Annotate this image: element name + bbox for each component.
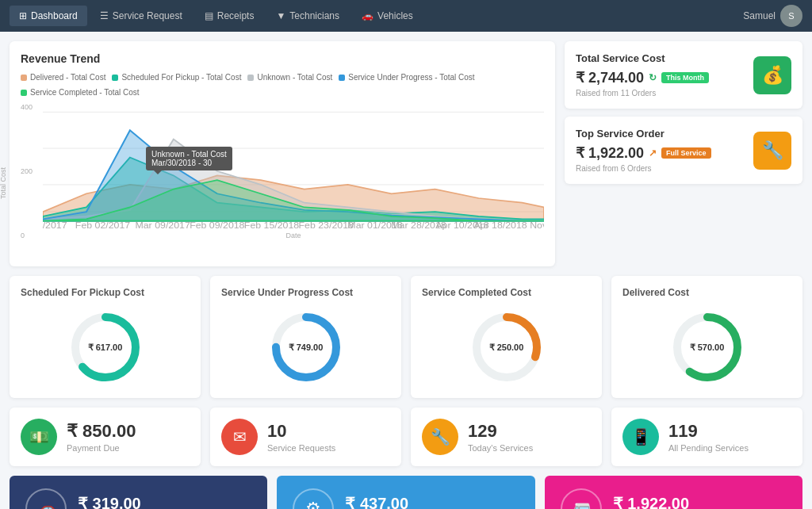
- banner-car-wash-info: ₹ 319.00 Car Wash: [78, 494, 141, 510]
- nav-receipts[interactable]: ▤ Receipts: [195, 6, 264, 26]
- technicians-icon: ▼: [276, 10, 285, 21]
- total-service-cost-sub: Raised from 11 Orders: [576, 89, 709, 98]
- total-service-cost-amount: ₹ 2,744.00 ↻ This Month: [576, 69, 709, 86]
- nav-technicians-label: Technicians: [289, 10, 339, 21]
- legend-label-scheduled: Scheduled For Pickup - Total Cost: [121, 73, 241, 82]
- svg-text:Feb 23/2018: Feb 23/2018: [299, 221, 354, 230]
- svg-text:Feb 15/2018: Feb 15/2018: [244, 221, 299, 230]
- avatar: S: [780, 5, 802, 27]
- donut-amount-completed: ₹ 250.00: [489, 343, 524, 353]
- payment-due-amount: ₹ 850.00: [67, 421, 136, 442]
- donut-card-delivered: Delivered Cost ₹ 570.00: [611, 276, 802, 398]
- y-axis-labels: 400 200 0: [21, 103, 33, 239]
- donut-amount-progress: ₹ 749.00: [289, 343, 324, 353]
- banner-general-service-amount: ₹ 437.00: [345, 494, 408, 510]
- nav-service-request-label: Service Request: [113, 10, 182, 21]
- payment-due-label: Payment Due: [67, 443, 136, 453]
- legend-dot-progress: [339, 75, 345, 81]
- revenue-trend-card: Revenue Trend Delivered - Total Cost Sch…: [10, 41, 555, 266]
- vehicles-icon: 🚗: [362, 10, 373, 21]
- legend-item-scheduled: Scheduled For Pickup - Total Cost: [112, 73, 241, 82]
- banner-general-service-info: ₹ 437.00 General Service: [345, 494, 408, 510]
- payment-due-icon: 💵: [21, 419, 57, 455]
- svg-text:Feb 02/2017: Feb 02/2017: [75, 221, 130, 230]
- chart-area: Jan 1/2017 Feb 02/2017 Mar 09/2017 Feb 0…: [43, 103, 544, 230]
- legend-label-delivered: Delivered - Total Cost: [30, 73, 105, 82]
- banner-car-wash-icon: 🚗: [25, 488, 67, 509]
- total-service-cost-icon: 💰: [753, 56, 791, 94]
- stats-payment-due: 💵 ₹ 850.00 Payment Due: [10, 408, 201, 466]
- service-requests-icon: ✉: [221, 419, 258, 455]
- x-axis-title: Date: [43, 232, 544, 239]
- total-service-cost-value: ₹ 2,744.00: [576, 69, 644, 86]
- legend-item-unknown: Unknown - Total Cost: [247, 73, 332, 82]
- dashboard-icon: ⊞: [19, 10, 27, 21]
- top-service-order-badge: Full Service: [661, 147, 711, 159]
- bottom-banners: 🚗 ₹ 319.00 Car Wash ⚙ ₹ 437.00 General S…: [10, 476, 802, 509]
- service-requests-number: 10: [267, 421, 335, 442]
- nav-vehicles-label: Vehicles: [377, 10, 413, 21]
- navbar: ⊞ Dashboard ☰ Service Request ▤ Receipts…: [0, 0, 812, 32]
- nav-dashboard-label: Dashboard: [31, 10, 78, 21]
- donut-wrapper-completed: ₹ 250.00: [467, 308, 546, 387]
- donut-title-scheduled: Scheduled For Pickup Cost: [21, 287, 144, 298]
- todays-services-number: 129: [468, 421, 533, 442]
- stats-pending-services: 📱 119 All Pending Services: [611, 408, 802, 466]
- stats-row: 💵 ₹ 850.00 Payment Due ✉ 10 Service Requ…: [10, 408, 802, 466]
- legend-item-completed: Service Completed - Total Cost: [21, 88, 140, 97]
- svg-text:Jan 1/2017: Jan 1/2017: [43, 221, 67, 230]
- y-axis-title: Total Cost: [0, 167, 7, 199]
- donut-title-delivered: Delivered Cost: [622, 287, 689, 298]
- banner-full-service: 🚐 ₹ 1,922.00 Full Service: [545, 476, 802, 509]
- nav-service-request[interactable]: ☰ Service Request: [90, 6, 192, 26]
- nav-dashboard[interactable]: ⊞ Dashboard: [10, 6, 87, 26]
- total-service-cost-badge: This Month: [661, 72, 709, 83]
- legend-item-progress: Service Under Progress - Total Cost: [339, 73, 474, 82]
- legend-dot-scheduled: [112, 75, 118, 81]
- banner-full-service-icon: 🚐: [561, 488, 602, 509]
- stats-service-requests: ✉ 10 Service Requests: [210, 408, 401, 466]
- legend-dot-unknown: [247, 75, 254, 81]
- banner-full-service-amount: ₹ 1,922.00: [613, 494, 689, 510]
- legend-label-completed: Service Completed - Total Cost: [30, 88, 140, 97]
- pending-services-icon: 📱: [622, 419, 659, 455]
- svg-text:Feb 09/2018: Feb 09/2018: [190, 221, 244, 230]
- arrow-icon: ↗: [649, 147, 657, 159]
- service-requests-label: Service Requests: [267, 443, 335, 453]
- top-service-order-label: Top Service Order: [576, 128, 711, 140]
- legend-dot-delivered: [21, 75, 27, 81]
- todays-services-label: Today's Services: [468, 443, 533, 453]
- top-service-order-left: Top Service Order ₹ 1,922.00 ↗ Full Serv…: [576, 128, 711, 173]
- top-service-order-sub: Raised from 6 Orders: [576, 164, 711, 173]
- service-requests-info: 10 Service Requests: [267, 421, 335, 453]
- donut-wrapper-progress: ₹ 749.00: [266, 308, 346, 387]
- top-service-order-value: ₹ 1,922.00: [576, 144, 644, 162]
- stats-todays-services: 🔧 129 Today's Services: [411, 408, 602, 466]
- revenue-trend-title: Revenue Trend: [21, 52, 544, 65]
- refresh-icon: ↻: [649, 72, 657, 83]
- nav-vehicles[interactable]: 🚗 Vehicles: [352, 6, 423, 26]
- legend-label-unknown: Unknown - Total Cost: [257, 73, 332, 82]
- payment-due-info: ₹ 850.00 Payment Due: [67, 421, 136, 453]
- svg-text:Apr 18/2018: Apr 18/2018: [473, 221, 527, 230]
- nav-technicians[interactable]: ▼ Technicians: [266, 6, 349, 26]
- nav-user: Samuel S: [743, 5, 802, 27]
- total-service-cost-card: Total Service Cost ₹ 2,744.00 ↻ This Mon…: [565, 41, 802, 109]
- top-service-order-card: Top Service Order ₹ 1,922.00 ↗ Full Serv…: [565, 117, 802, 184]
- legend-dot-completed: [21, 90, 27, 96]
- donut-card-progress: Service Under Progress Cost ₹ 749.00: [210, 276, 401, 398]
- banner-general-service-icon: ⚙: [293, 488, 334, 509]
- donut-section: Scheduled For Pickup Cost ₹ 617.00 Servi…: [10, 276, 802, 398]
- service-request-icon: ☰: [100, 10, 109, 21]
- donut-wrapper-scheduled: ₹ 617.00: [66, 308, 145, 387]
- top-service-order-icon: 🔧: [753, 132, 791, 170]
- top-service-order-amount: ₹ 1,922.00 ↗ Full Service: [576, 144, 711, 162]
- donut-amount-scheduled: ₹ 617.00: [88, 343, 123, 353]
- pending-services-label: All Pending Services: [668, 443, 749, 453]
- chart-container: 400 200 0: [21, 103, 544, 255]
- receipts-icon: ▤: [205, 10, 213, 21]
- total-service-cost-left: Total Service Cost ₹ 2,744.00 ↻ This Mon…: [576, 52, 709, 98]
- donut-wrapper-delivered: ₹ 570.00: [668, 308, 747, 387]
- svg-text:Nov: Nov: [530, 221, 544, 230]
- todays-services-info: 129 Today's Services: [468, 421, 533, 453]
